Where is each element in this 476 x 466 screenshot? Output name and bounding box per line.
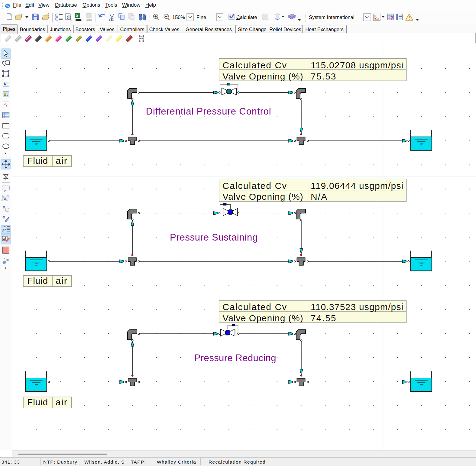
svg-text:?: ? — [390, 15, 394, 21]
svg-text:119.06444 usgpm/psi: 119.06444 usgpm/psi — [311, 181, 403, 191]
svg-text:75.53: 75.53 — [311, 71, 337, 81]
svg-text:#: # — [2, 215, 5, 220]
svg-text:Calculated Cv: Calculated Cv — [222, 60, 287, 70]
svg-text:Valve Opening (%): Valve Opening (%) — [222, 71, 303, 81]
svg-text:air: air — [56, 276, 68, 286]
svg-text:150%: 150% — [172, 15, 185, 20]
svg-text:Fluid: Fluid — [27, 156, 48, 166]
svg-text:air: air — [56, 397, 68, 407]
svg-text:#: # — [2, 205, 5, 210]
svg-text:Fluid: Fluid — [27, 276, 48, 286]
svg-text:air: air — [56, 156, 68, 166]
svg-text:N/A: N/A — [311, 192, 328, 202]
svg-text:Calculated Cv: Calculated Cv — [222, 181, 287, 191]
svg-text:−: − — [165, 14, 167, 19]
svg-text:a: a — [4, 196, 7, 201]
svg-text:Differential Pressure Control: Differential Pressure Control — [146, 106, 271, 117]
svg-text:Pressure Reducing: Pressure Reducing — [194, 353, 276, 363]
svg-text:X: X — [76, 14, 79, 18]
svg-text:Calculated Cv: Calculated Cv — [222, 302, 287, 312]
svg-text:Fine: Fine — [196, 15, 206, 20]
svg-text:Calculate: Calculate — [236, 15, 257, 20]
svg-text:Valve Opening (%): Valve Opening (%) — [222, 192, 303, 202]
svg-text:Fluid: Fluid — [27, 397, 48, 407]
svg-text:Pressure Sustaining: Pressure Sustaining — [170, 232, 258, 243]
svg-text:110.37523 usgpm/psi: 110.37523 usgpm/psi — [311, 302, 403, 312]
svg-text:+: + — [154, 14, 157, 19]
svg-text:System International: System International — [309, 15, 354, 20]
svg-text:Valve Opening (%): Valve Opening (%) — [222, 313, 303, 323]
svg-text:115.02708 usgpm/psi: 115.02708 usgpm/psi — [311, 60, 403, 70]
svg-text:74.55: 74.55 — [311, 313, 337, 323]
